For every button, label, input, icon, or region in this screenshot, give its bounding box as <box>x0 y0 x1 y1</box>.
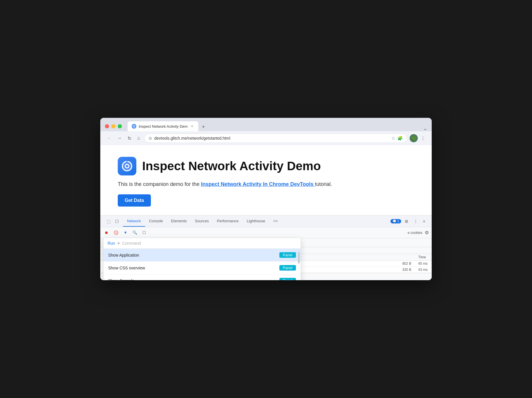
bookmark-icon[interactable]: ☆ <box>391 136 395 141</box>
cmd-placeholder: Command <box>122 241 141 246</box>
home-button[interactable]: ⌂ <box>135 134 142 142</box>
scrollbar <box>298 252 300 264</box>
tab-elements[interactable]: Elements <box>167 216 191 227</box>
file-size-js: 330 B <box>397 268 411 272</box>
page-description: This is the companion demo for the Inspe… <box>118 181 414 187</box>
devtools-tabs-bar: ⬚ ☐ Network Console Elements Sources Per… <box>100 216 432 227</box>
command-item-css-overview[interactable]: Show CSS overview Panel <box>103 262 301 274</box>
extensions-icon[interactable]: 🧩 <box>397 136 403 141</box>
get-data-button[interactable]: Get Data <box>118 194 151 207</box>
command-input-row: Run > Command <box>103 238 301 249</box>
page-logo <box>118 157 136 175</box>
tab-title: Inspect Network Activity Dem <box>139 124 188 129</box>
tab-favicon <box>132 124 136 129</box>
devtools-settings-icon[interactable]: ⚙ <box>403 218 410 225</box>
address-text: devtools.glitch.me/network/getstarted.ht… <box>154 136 389 141</box>
maximize-button[interactable] <box>118 124 122 128</box>
cmd-arrow-icon: > <box>117 241 120 246</box>
tab-more[interactable]: >> <box>269 216 282 227</box>
traffic-lights <box>105 124 122 128</box>
tab-sources[interactable]: Sources <box>191 216 213 227</box>
desc-prefix: This is the companion demo for the <box>118 181 201 187</box>
nav-bar: ← → ↻ ⌂ ⊙ devtools.glitch.me/network/get… <box>100 131 432 145</box>
command-menu[interactable]: Run > Command Show Application Panel Sho… <box>103 238 301 280</box>
tab-close-button[interactable]: × <box>190 124 194 129</box>
devtools-panel: ⬚ ☐ Network Console Elements Sources Per… <box>100 215 432 280</box>
record-button[interactable]: ⏺ <box>103 230 110 236</box>
clear-button[interactable]: 🚫 <box>112 230 120 236</box>
page-heading: Inspect Network Activity Demo <box>118 157 414 175</box>
page-content: Inspect Network Activity Demo This is th… <box>100 145 432 215</box>
devtools-more-icon[interactable]: ⋮ <box>412 218 419 225</box>
forward-button[interactable]: → <box>115 134 124 142</box>
cookies-text: e cookies <box>408 231 422 235</box>
page-title: Inspect Network Activity Demo <box>142 159 321 173</box>
console-badge: 💬 1 <box>390 219 401 223</box>
reload-button[interactable]: ↻ <box>126 134 133 142</box>
new-tab-button[interactable]: + <box>199 123 207 131</box>
address-security-icon: ⊙ <box>149 136 152 141</box>
title-bar: Inspect Network Activity Dem × + ⌄ <box>100 118 432 131</box>
search-button[interactable]: 🔍 <box>131 230 139 236</box>
browser-window: Inspect Network Activity Dem × + ⌄ ← → ↻… <box>100 118 432 280</box>
tab-performance[interactable]: Performance <box>213 216 242 227</box>
filter-button[interactable]: ▼ <box>122 230 129 236</box>
badge-icon: 💬 <box>392 219 397 223</box>
address-bar[interactable]: ⊙ devtools.glitch.me/network/getstarted.… <box>144 134 407 143</box>
network-settings-icon[interactable]: ⚙ <box>425 230 429 235</box>
svg-point-4 <box>126 165 128 167</box>
browser-tab-active[interactable]: Inspect Network Activity Dem × <box>128 121 198 131</box>
svg-point-1 <box>134 126 135 127</box>
devtools-close-icon[interactable]: × <box>421 218 427 225</box>
network-table-area: ⏺ 🚫 ▼ 🔍 ☐ e cookies ⚙ ▼ Filter All Fetch… <box>100 227 432 280</box>
cmd-badge-application: Panel <box>279 252 296 258</box>
minimize-button[interactable] <box>111 124 115 128</box>
file-size-css: 802 B <box>397 262 411 266</box>
back-button[interactable]: ← <box>105 134 113 142</box>
cmd-label-console: Show Console <box>108 278 279 280</box>
cmd-label-application: Show Application <box>108 253 279 257</box>
devtools-icons-left: ⬚ ☐ <box>103 218 123 225</box>
cmd-badge-css-overview: Panel <box>279 265 296 271</box>
screenshot-button[interactable]: ☐ <box>141 230 147 236</box>
tab-lighthouse[interactable]: Lighthouse <box>243 216 269 227</box>
avatar[interactable]: 🌿 <box>410 134 418 142</box>
tab-network[interactable]: Network <box>123 216 145 227</box>
nav-actions: 🌿 ⋮ <box>410 134 427 142</box>
devtools-right: 💬 1 ⚙ ⋮ × <box>390 218 429 225</box>
tab-chevron-icon[interactable]: ⌄ <box>423 126 427 131</box>
devtools-link[interactable]: Inspect Network Activity In Chrome DevTo… <box>201 181 315 187</box>
device-toggle-icon[interactable]: ☐ <box>113 218 121 225</box>
close-button[interactable] <box>105 124 109 128</box>
tab-console[interactable]: Console <box>145 216 167 227</box>
file-time-js: 43 ms <box>411 268 429 272</box>
command-item-application[interactable]: Show Application Panel <box>103 249 301 262</box>
command-item-console[interactable]: Show Console Panel <box>103 274 301 280</box>
cmd-badge-console: Panel <box>279 278 296 280</box>
run-label: Run <box>108 241 115 246</box>
tabs-row: Inspect Network Activity Dem × + ⌄ <box>128 121 427 131</box>
chrome-menu-button[interactable]: ⋮ <box>419 134 427 142</box>
cmd-label-css-overview: Show CSS overview <box>108 266 279 270</box>
file-time-css: 45 ms <box>411 262 429 266</box>
network-toolbar: ⏺ 🚫 ▼ 🔍 ☐ e cookies ⚙ <box>100 227 432 238</box>
desc-suffix: tutorial. <box>315 181 332 187</box>
inspect-element-icon[interactable]: ⬚ <box>105 218 112 225</box>
